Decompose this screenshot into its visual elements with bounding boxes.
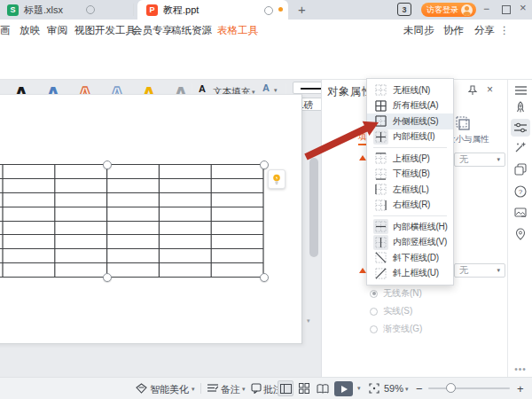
menu-item-2[interactable]: 审阅: [47, 24, 67, 37]
avatar: [461, 4, 473, 16]
table[interactable]: [0, 164, 264, 278]
radio-icon: [370, 325, 378, 333]
rocket-icon[interactable]: [513, 100, 528, 114]
tab-spreadsheet[interactable]: S 标题.xlsx: [7, 0, 63, 20]
minimize-button[interactable]: −: [483, 4, 489, 14]
border-menu-item-label: 外侧框线(S): [393, 115, 438, 128]
fill-dropdown[interactable]: 无 ▾: [454, 153, 505, 167]
notes-button[interactable]: 备注: [221, 383, 240, 396]
line-radio-2[interactable]: 渐变线(G): [370, 323, 422, 335]
new-tab-button[interactable]: +: [298, 2, 306, 17]
magic-wand-icon[interactable]: [513, 140, 528, 154]
line-radio-1[interactable]: 实线(S): [370, 305, 422, 317]
border-right-icon: [373, 198, 388, 213]
scroll-down-icon[interactable]: ▾: [307, 317, 310, 325]
object-properties-icon[interactable]: [511, 119, 530, 137]
sidebar-icon-strip: ? •••: [507, 80, 532, 377]
zoom-slider-track[interactable]: [428, 387, 510, 389]
smart-beautify-button[interactable]: 智能美化: [150, 383, 189, 396]
tab-spreadsheet-label: 标题.xlsx: [24, 4, 63, 17]
border-menu-item-right[interactable]: 右框线(R): [367, 198, 453, 214]
zoom-slider-knob[interactable]: [446, 383, 456, 393]
zoom-out-button[interactable]: −: [416, 382, 423, 395]
maximize-button[interactable]: [502, 5, 511, 14]
guest-login-button[interactable]: 访客登录: [421, 3, 476, 17]
pin-icon[interactable]: [467, 85, 478, 96]
radio-label: 无线条(N): [383, 287, 422, 300]
titlebar: S 标题.xlsx P 教程.ppt + 3 访客登录 − ×: [0, 0, 532, 20]
menu-item-1[interactable]: 放映: [20, 24, 40, 37]
border-diag-up-icon: [373, 266, 388, 281]
border-menu-item-all[interactable]: 所有框线(A): [367, 98, 453, 114]
share-button[interactable]: 分享: [474, 24, 495, 37]
menu-item-3[interactable]: 视图: [74, 24, 95, 37]
menu-item-0[interactable]: 画: [0, 24, 11, 37]
comment-icon: [251, 383, 262, 394]
layers-icon[interactable]: [513, 162, 528, 176]
window-count-badge[interactable]: 3: [397, 3, 411, 16]
caret-down-icon: ▾: [497, 267, 500, 274]
border-inside-v-icon: [373, 235, 388, 250]
caret-down-icon: ▾: [274, 87, 278, 94]
smart-tip-button[interactable]: [268, 169, 286, 189]
menu-item-4[interactable]: 开发工具: [95, 24, 136, 37]
fill-dropdown-value: 无: [459, 153, 469, 166]
more-menu-button[interactable]: ⋮: [499, 24, 510, 36]
border-menu-item-none[interactable]: 无框线(N): [367, 82, 453, 98]
menu-item-6[interactable]: 稿纸资源: [171, 24, 212, 37]
border-menu-item-inside-h[interactable]: 内部横框线(H): [367, 219, 453, 235]
table-handle-top-right[interactable]: [260, 160, 269, 169]
caret-down-icon: ▾: [497, 156, 500, 163]
line-radio-0[interactable]: 无线条(N): [370, 287, 422, 300]
location-icon[interactable]: [513, 227, 528, 241]
border-menu-item-bottom[interactable]: 下框线(B): [367, 167, 453, 183]
border-menu-item-label: 内部竖框线(V): [393, 236, 447, 248]
border-menu-item-left[interactable]: 左框线(L): [367, 182, 453, 198]
vertical-scrollbar[interactable]: [309, 158, 318, 257]
normal-view-button[interactable]: [278, 380, 293, 396]
line-dropdown-value: 无: [459, 264, 469, 277]
line-dropdown[interactable]: 无 ▾: [454, 263, 505, 278]
reading-view-button[interactable]: [315, 380, 331, 396]
tab-sync-icon: [86, 5, 95, 14]
help-icon[interactable]: ?: [513, 184, 528, 199]
zoom-in-button[interactable]: +: [517, 382, 524, 395]
close-button[interactable]: ×: [520, 3, 527, 13]
annotation-arrow: [297, 113, 386, 167]
image-edit-icon[interactable]: [513, 206, 528, 220]
play-icon: [341, 386, 348, 393]
table-handle-bottom-right[interactable]: [260, 273, 269, 282]
fit-slide-icon[interactable]: [369, 383, 379, 394]
table-handle-top-center[interactable]: [103, 160, 112, 169]
radio-label: 实线(S): [383, 305, 412, 317]
border-menu-item-label: 内部横框线(H): [393, 221, 447, 233]
sync-status-button[interactable]: 未同步: [403, 24, 434, 37]
tab-sync-icon: [264, 6, 273, 15]
border-menu-item-diag-down[interactable]: 斜下框线(D): [367, 250, 453, 266]
more-tools-icon[interactable]: •••: [513, 362, 528, 376]
xlsx-file-icon: S: [7, 4, 19, 16]
border-left-icon: [373, 182, 388, 197]
caret-down-icon: ▾: [192, 386, 195, 393]
tab-presentation-label: 教程.ppt: [163, 4, 199, 17]
menu-item-5[interactable]: 会员专享: [132, 24, 173, 37]
zoom-level[interactable]: 59%: [384, 383, 403, 394]
collaborate-button[interactable]: 协作: [443, 24, 464, 37]
border-menu-item-diag-up[interactable]: 斜上框线(U): [367, 266, 453, 282]
section-collapse-icon[interactable]: [359, 268, 366, 273]
menu-separator: [373, 215, 447, 216]
table-handle-bottom-center[interactable]: [103, 273, 112, 282]
close-panel-icon[interactable]: ×: [487, 83, 493, 96]
play-slideshow-button[interactable]: [334, 381, 353, 396]
tab-table-tools[interactable]: 表格工具: [217, 24, 258, 37]
border-menu-item-label: 内部框线(I): [393, 130, 434, 143]
border-menu-item-label: 无框线(N): [393, 84, 430, 97]
border-menu-item-inside-v[interactable]: 内部竖框线(V): [367, 235, 453, 251]
border-bottom-icon: [373, 167, 388, 182]
border-menu-item-label: 斜下框线(D): [393, 252, 439, 264]
slide-sorter-view-button[interactable]: [296, 380, 312, 396]
border-menu-item-label: 斜上框线(U): [393, 267, 439, 279]
hamburger-menu-icon[interactable]: [513, 83, 528, 98]
border-none-icon: [373, 82, 388, 98]
status-divider: [200, 383, 201, 394]
